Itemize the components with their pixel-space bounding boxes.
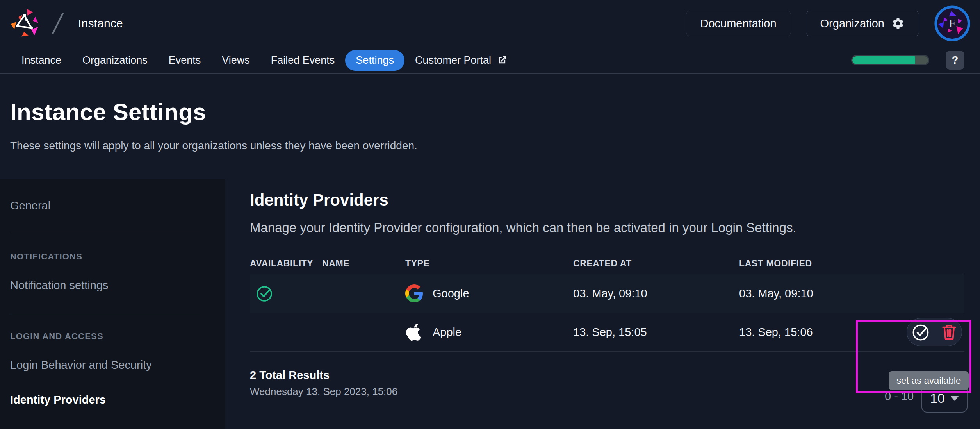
delete-button[interactable]: [941, 323, 957, 341]
sidebar-section-notifications: NOTIFICATIONS: [10, 252, 209, 262]
tab-instance[interactable]: Instance: [11, 50, 72, 71]
organization-button[interactable]: Organization: [806, 11, 919, 36]
results-summary: 2 Total Results Wednesday 13. Sep 2023, …: [250, 369, 397, 398]
tab-customer-portal[interactable]: Customer Portal: [404, 50, 518, 71]
cell-created: 03. May, 09:10: [573, 287, 739, 300]
check-circle-icon: [911, 322, 931, 342]
availability-check-icon: [255, 284, 274, 303]
progress-bar: [851, 55, 929, 65]
sidebar-item-login-behavior[interactable]: Login Behavior and Security: [10, 359, 209, 372]
table-header-row: AVAILABILITY NAME TYPE CREATED AT LAST M…: [250, 253, 964, 274]
google-logo-icon: [405, 284, 423, 302]
results-timestamp: Wednesday 13. Sep 2023, 15:06: [250, 386, 397, 398]
cell-created: 13. Sep, 15:05: [573, 326, 739, 339]
zitadel-logo-icon[interactable]: [9, 7, 41, 40]
documentation-button[interactable]: Documentation: [686, 11, 791, 36]
row-actions: [907, 318, 962, 346]
chevron-down-icon: [950, 396, 959, 401]
tab-settings[interactable]: Settings: [345, 50, 404, 71]
instance-nav: Instance Organizations Events Views Fail…: [0, 47, 980, 74]
tab-organizations[interactable]: Organizations: [72, 50, 158, 71]
table-row-apple[interactable]: Apple 13. Sep, 15:05 13. Sep, 15:06: [250, 313, 964, 352]
trash-icon: [941, 323, 957, 341]
identity-providers-table: AVAILABILITY NAME TYPE CREATED AT LAST M…: [250, 253, 964, 352]
set-available-button[interactable]: [911, 322, 931, 342]
section-description: Manage your Identity Provider configurat…: [250, 220, 964, 235]
settings-sidebar: General NOTIFICATIONS Notification setti…: [0, 179, 225, 429]
page-size-value: 10: [930, 391, 945, 406]
table-row-google[interactable]: Google 03. May, 09:10 03. May, 09:10: [250, 274, 964, 313]
avatar[interactable]: F: [934, 5, 971, 42]
apple-logo-icon: [405, 323, 423, 341]
page-subtitle: These settings will apply to all your or…: [10, 139, 791, 152]
column-header-type: TYPE: [405, 258, 573, 269]
progress-bar-fill: [852, 56, 915, 64]
sidebar-divider: [10, 234, 200, 234]
avatar-letter: F: [949, 16, 956, 30]
cell-type-label: Apple: [433, 326, 461, 339]
breadcrumb-instance[interactable]: Instance: [78, 17, 123, 30]
cell-modified: 13. Sep, 15:06: [739, 326, 895, 339]
column-header-modified: LAST MODIFIED: [739, 258, 895, 269]
column-header-name: NAME: [322, 258, 405, 269]
top-bar: Instance Documentation Organization F: [0, 0, 980, 47]
section-heading: Identity Providers: [250, 191, 964, 209]
help-button[interactable]: ?: [946, 51, 964, 70]
organization-label: Organization: [820, 17, 884, 30]
tooltip-set-as-available: set as available: [889, 371, 969, 390]
sidebar-item-identity-providers[interactable]: Identity Providers: [10, 393, 209, 406]
column-header-created: CREATED AT: [573, 258, 739, 269]
sidebar-divider: [10, 314, 200, 314]
breadcrumb-slash: [51, 11, 65, 36]
pagination-range: 0 - 10: [885, 390, 914, 403]
external-link-icon: [497, 55, 508, 66]
sidebar-item-general[interactable]: General: [10, 199, 209, 212]
sidebar-section-login-and-access: LOGIN AND ACCESS: [10, 331, 209, 341]
gear-icon: [891, 17, 905, 30]
cell-modified: 03. May, 09:10: [739, 287, 895, 300]
sidebar-item-notification-settings[interactable]: Notification settings: [10, 279, 209, 292]
column-header-availability: AVAILABILITY: [250, 258, 322, 269]
page-title: Instance Settings: [10, 98, 791, 125]
documentation-label: Documentation: [700, 17, 777, 30]
identity-providers-section: Identity Providers Manage your Identity …: [250, 179, 964, 352]
page-header: Instance Settings These settings will ap…: [10, 74, 791, 152]
tab-events[interactable]: Events: [158, 50, 212, 71]
tab-failed-events[interactable]: Failed Events: [260, 50, 346, 71]
total-results: 2 Total Results: [250, 369, 397, 382]
tab-views[interactable]: Views: [211, 50, 260, 71]
cell-type-label: Google: [433, 287, 469, 300]
